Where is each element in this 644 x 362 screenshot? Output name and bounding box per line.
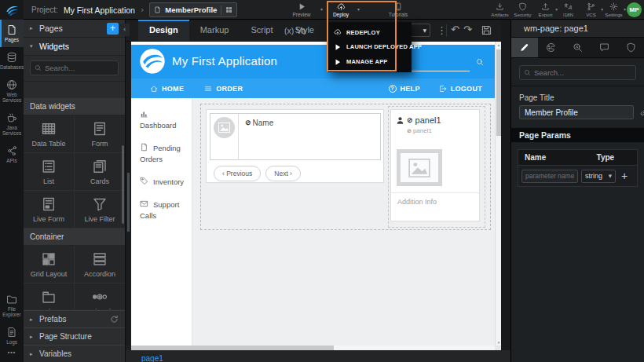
app-sidebar-item-inventory[interactable]: Inventory	[140, 177, 185, 188]
accordion-icon	[92, 251, 108, 267]
previous-button[interactable]: ‹ Previous	[214, 166, 261, 181]
upload-icon	[541, 2, 550, 11]
canvas-vertical-scrollbar[interactable]: ▴ ▾	[495, 42, 501, 346]
page-tab-memberprofile[interactable]: MemberProfile	[149, 2, 237, 17]
more-options-icon[interactable]: •••	[0, 349, 24, 362]
canvas-statusbar: page1	[126, 350, 512, 362]
section-variables[interactable]: ▸Variables	[24, 345, 125, 362]
widget-live-filter[interactable]: Live Filter	[75, 191, 125, 228]
search-icon[interactable]	[476, 58, 484, 66]
nav-item-home[interactable]: HOME	[150, 85, 184, 93]
chevron-down-icon[interactable]: ▾	[357, 6, 360, 12]
play-icon	[298, 2, 306, 11]
rail-item-pages[interactable]: Pages	[0, 20, 24, 47]
app-sidebar-item-dashboard[interactable]: Dashboard	[140, 109, 185, 131]
project-name[interactable]: My First Application	[64, 5, 135, 15]
tab-events[interactable]	[565, 38, 591, 57]
vertical-scroll-thumb[interactable]	[496, 49, 501, 136]
section-prefabs[interactable]: ▸Prefabs	[24, 310, 125, 327]
next-button[interactable]: Next ›	[265, 166, 301, 181]
deploy-menu-item-manage-app[interactable]: MANAGE APP	[328, 55, 412, 69]
canvas-tab-design[interactable]: Design	[138, 20, 189, 41]
widget-search-input[interactable]	[45, 64, 114, 72]
preview-button[interactable]: Preview ▾	[286, 0, 317, 20]
nav-item-order[interactable]: ORDER	[204, 85, 243, 93]
rail-item-logs[interactable]: Logs	[0, 322, 24, 349]
statusbar-page-tab[interactable]: page1	[141, 353, 163, 362]
tab-dialogs[interactable]	[591, 38, 617, 57]
nav-item-logout[interactable]: LOGOUT	[439, 85, 482, 93]
param-type-select[interactable]: string ▼	[581, 170, 616, 183]
add-page-button[interactable]: +	[107, 23, 119, 35]
rail-item-apis[interactable]: APIs	[0, 141, 24, 168]
undo-button[interactable]: ↶	[451, 20, 459, 40]
member-card-widget[interactable]: ⊘ Name ‹ Previous Next ›	[206, 109, 384, 183]
avatar[interactable]: MP	[627, 2, 642, 17]
member-photo-cell[interactable]	[210, 114, 239, 159]
widget-grid-layout[interactable]: Grid Layout	[24, 246, 74, 283]
page-title-input[interactable]	[519, 105, 634, 119]
widget-live-form[interactable]: Live Form	[24, 191, 74, 228]
nav-item-help[interactable]: ?HELP	[389, 85, 420, 93]
select-caret-icon: ▼	[423, 27, 426, 33]
topbar-action-artifacts[interactable]: Artifacts	[488, 0, 511, 20]
panel1-widget[interactable]: ⊘ panel1 ⊘ panel1 Addition Info	[390, 109, 480, 221]
app-sidebar-item-pending-orders[interactable]: Pending Orders	[140, 143, 185, 165]
ruler-scroll-thumb[interactable]	[127, 173, 130, 232]
widget-label: Data Table	[32, 140, 66, 148]
deploy-menu-item-launch-deployed-app[interactable]: LAUNCH DEPLOYED APP	[328, 40, 412, 54]
scroll-down-icon[interactable]: ▾	[496, 340, 501, 345]
add-param-button[interactable]: +	[621, 170, 628, 181]
tab-properties[interactable]	[511, 38, 538, 57]
param-name-input[interactable]	[521, 170, 578, 183]
widget-form[interactable]: Form	[75, 115, 125, 152]
scroll-up-icon[interactable]: ▴	[496, 42, 501, 47]
widget-tabs[interactable]: Tabs	[24, 283, 74, 309]
select-caret-icon: ▼	[609, 174, 612, 178]
topbar-action-security[interactable]: Security	[511, 0, 534, 20]
deploy-menu-item-redeploy[interactable]: REDEPLOY	[328, 25, 412, 39]
rail-item-databases[interactable]: Databases	[0, 47, 24, 75]
widget-list[interactable]: List	[24, 153, 74, 190]
save-button[interactable]	[481, 24, 492, 36]
canvas-tab-script[interactable]: Script	[240, 20, 284, 41]
rail-item-java-services[interactable]: Java Services	[0, 108, 24, 141]
chevron-down-icon[interactable]: ▾	[320, 6, 323, 12]
topbar-action-export[interactable]: Export▾	[534, 0, 557, 20]
widget-cards[interactable]: Cards	[75, 153, 125, 190]
bind-link-icon[interactable]	[639, 108, 644, 117]
collapse-left-panel-button[interactable]: ‹	[119, 24, 130, 36]
app-sidebar-item-support-calls[interactable]: Support Calls	[140, 199, 185, 221]
tutorials-button[interactable]: Tutorials	[382, 0, 414, 20]
rail-item-web-services[interactable]: Web Services	[0, 75, 24, 108]
widgets-section-header[interactable]: ▾ Widgets	[24, 38, 125, 56]
variables-button[interactable]: (x) Va	[284, 20, 306, 42]
properties-search-box[interactable]	[519, 65, 636, 80]
properties-search-input[interactable]	[534, 68, 631, 77]
topbar-action-i18n[interactable]: AI18N	[557, 0, 580, 20]
widget-accordion[interactable]: Accordion	[75, 246, 125, 283]
app-header[interactable]: My First Application	[131, 45, 495, 79]
picture-placeholder[interactable]	[397, 149, 442, 186]
canvas-tab-markup[interactable]: Markup	[189, 20, 240, 41]
widget-wizard[interactable]: Wizard	[75, 283, 125, 309]
refresh-icon[interactable]	[110, 315, 119, 324]
tab-styles[interactable]	[538, 38, 565, 57]
grid-icon[interactable]	[225, 6, 232, 13]
pages-section-header[interactable]: ▸ Pages +	[24, 20, 125, 38]
member-name-field[interactable]: ⊘ Name	[239, 114, 273, 159]
nav-item-label: HELP	[401, 85, 420, 93]
topbar-action-settings[interactable]: Settings▾	[602, 0, 625, 20]
wavemaker-logo[interactable]	[0, 0, 24, 20]
widget-data-table[interactable]: Data Table	[24, 115, 74, 152]
panel1-header[interactable]: ⊘ panel1	[396, 115, 441, 125]
deploy-dropdown-menu: REDEPLOYLAUNCH DEPLOYED APPMANAGE APP	[328, 22, 412, 72]
deploy-button[interactable]: Deploy ▾	[327, 0, 354, 20]
redo-button[interactable]: ↷	[463, 20, 472, 40]
tab-security[interactable]	[617, 38, 644, 57]
rail-item-file-explorer[interactable]: File Explorer	[0, 289, 24, 322]
widget-search-box[interactable]	[30, 60, 119, 75]
topbar-action-vcs[interactable]: VCS▾	[580, 0, 602, 20]
panel-scrollbar[interactable]	[122, 145, 124, 224]
section-page-structure[interactable]: ▸Page Structure	[24, 327, 125, 345]
